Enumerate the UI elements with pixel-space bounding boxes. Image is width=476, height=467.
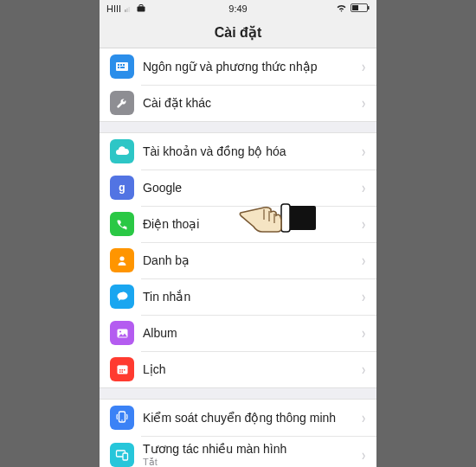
chevron-right-icon: › — [362, 143, 365, 161]
settings-scroll[interactable]: Ngôn ngữ và phương thức nhập › Cài đặt k… — [100, 48, 376, 467]
row-label: Điện thoại — [143, 217, 356, 231]
row-messages[interactable]: Tin nhắn › — [100, 278, 376, 315]
row-subtitle: Tắt — [143, 457, 356, 467]
svg-rect-11 — [120, 64, 122, 66]
row-accounts-sync[interactable]: Tài khoản và đồng bộ hóa › — [100, 133, 376, 170]
row-label: Tin nhắn — [143, 290, 356, 304]
page-title: Cài đặt — [215, 24, 261, 41]
google-icon: g — [110, 176, 134, 200]
row-label: Ngôn ngữ và phương thức nhập — [143, 60, 356, 74]
row-label: Tài khoản và đồng bộ hóa — [143, 144, 356, 158]
carrier-label: HIII — [106, 3, 121, 14]
signal-icon — [125, 3, 133, 14]
keyboard-icon — [110, 54, 134, 79]
svg-rect-0 — [125, 10, 126, 12]
row-contacts[interactable]: Danh bạ › — [100, 242, 376, 278]
group-smart: Kiểm soát chuyển động thông minh › Tương… — [100, 399, 376, 467]
motion-icon — [110, 406, 134, 430]
svg-rect-24 — [119, 372, 121, 374]
row-label: Lịch — [143, 362, 356, 376]
calendar-icon — [110, 357, 134, 381]
cloud-icon — [110, 139, 134, 163]
svg-rect-8 — [352, 5, 358, 10]
wifi-icon — [336, 3, 347, 14]
wrench-icon — [110, 91, 134, 115]
phone-screen: HIII 9:49 Cài đặt Ngô — [100, 0, 376, 467]
phone-icon — [110, 212, 134, 236]
photo-icon — [110, 321, 134, 345]
svg-rect-25 — [121, 372, 123, 374]
svg-rect-5 — [139, 5, 143, 8]
chat-icon — [110, 285, 134, 309]
chevron-right-icon: › — [362, 361, 365, 379]
svg-rect-21 — [119, 369, 121, 371]
row-label: Kiểm soát chuyển động thông minh — [143, 411, 356, 425]
row-phone[interactable]: Điện thoại › — [100, 206, 376, 242]
svg-rect-2 — [129, 7, 131, 12]
chevron-right-icon: › — [362, 288, 365, 306]
svg-text:g: g — [119, 182, 125, 194]
svg-rect-1 — [126, 9, 128, 13]
row-label: Tương tác nhiều màn hình — [143, 442, 356, 456]
svg-point-18 — [119, 330, 120, 332]
row-motion-control[interactable]: Kiểm soát chuyển động thông minh › — [100, 400, 376, 436]
multiscreen-icon — [110, 443, 134, 467]
chevron-right-icon: › — [362, 179, 365, 197]
row-label: Album — [143, 326, 356, 340]
chevron-right-icon: › — [362, 58, 365, 76]
row-multiscreen[interactable]: Tương tác nhiều màn hình Tắt › — [100, 436, 376, 467]
briefcase-icon — [137, 3, 145, 14]
page-title-bar: Cài đặt — [100, 17, 376, 48]
chevron-right-icon: › — [362, 409, 365, 427]
svg-rect-20 — [117, 366, 127, 368]
svg-rect-10 — [118, 64, 119, 66]
person-icon — [110, 248, 134, 272]
svg-rect-29 — [123, 453, 128, 460]
chevron-right-icon: › — [362, 252, 365, 270]
svg-rect-3 — [131, 6, 132, 13]
row-more-settings[interactable]: Cài đặt khác › — [100, 85, 376, 121]
clock-label: 9:49 — [228, 3, 247, 14]
svg-rect-12 — [123, 64, 125, 66]
chevron-right-icon: › — [362, 446, 365, 464]
row-calendar[interactable]: Lịch › — [100, 351, 376, 387]
svg-point-16 — [119, 256, 124, 260]
group-accounts-apps: Tài khoản và đồng bộ hóa › g Google › Đi… — [100, 132, 376, 388]
svg-rect-13 — [118, 67, 119, 68]
svg-point-27 — [121, 419, 123, 421]
row-label: Danh bạ — [143, 253, 356, 267]
chevron-right-icon: › — [362, 324, 365, 342]
status-bar: HIII 9:49 — [100, 0, 376, 17]
row-google[interactable]: g Google › — [100, 170, 376, 206]
svg-rect-14 — [120, 67, 125, 68]
chevron-right-icon: › — [362, 94, 365, 112]
svg-rect-23 — [124, 369, 125, 371]
row-language-input[interactable]: Ngôn ngữ và phương thức nhập › — [100, 48, 376, 85]
svg-rect-22 — [121, 369, 123, 371]
battery-icon — [351, 3, 370, 14]
svg-rect-7 — [368, 6, 370, 10]
row-label: Cài đặt khác — [143, 96, 356, 110]
chevron-right-icon: › — [362, 215, 365, 234]
group-general: Ngôn ngữ và phương thức nhập › Cài đặt k… — [100, 48, 376, 122]
row-label: Google — [143, 181, 356, 195]
row-album[interactable]: Album › — [100, 315, 376, 351]
